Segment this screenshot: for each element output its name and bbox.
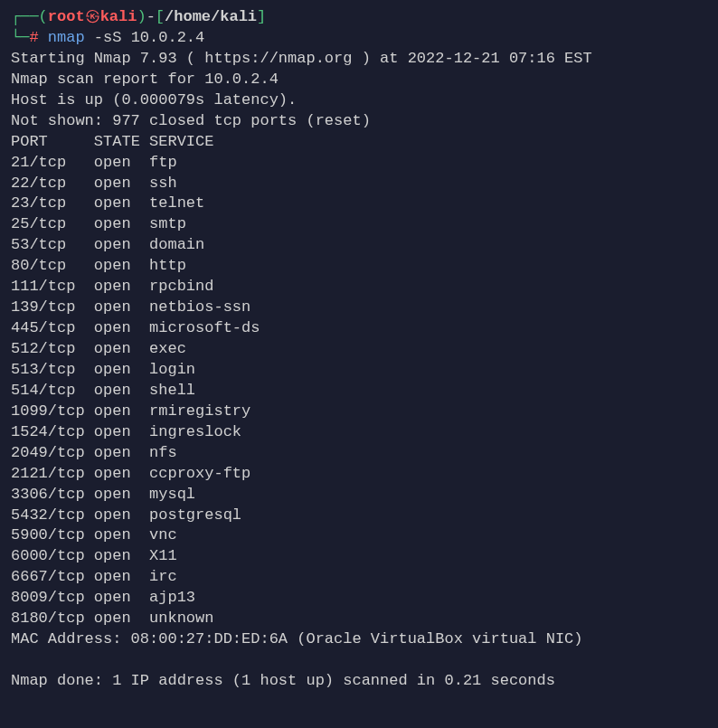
port-row: 25/tcp open smtp — [11, 214, 707, 235]
port-row: 139/tcp open netbios-ssn — [11, 298, 707, 318]
port-row: 8009/tcp open ajp13 — [11, 588, 707, 609]
prompt-close-bracket: ] — [257, 8, 266, 25]
output-done: Nmap done: 1 IP address (1 host up) scan… — [11, 671, 707, 692]
prompt-path: /home/kali — [165, 8, 257, 25]
port-row: 513/tcp open login — [11, 360, 707, 381]
port-row: 3306/tcp open mysql — [11, 485, 707, 506]
output-starting: Starting Nmap 7.93 ( https://nmap.org ) … — [11, 49, 707, 70]
port-row: 23/tcp open telnet — [11, 194, 707, 214]
prompt-close-paren: ) — [137, 8, 146, 25]
header-service: SERVICE — [149, 133, 213, 150]
prompt-line-1: ┌──(root㉿kali)-[/home/kali] — [11, 7, 707, 28]
port-row: 53/tcp open domain — [11, 235, 707, 256]
port-row: 1524/tcp open ingreslock — [11, 422, 707, 443]
output-scan-report: Nmap scan report for 10.0.2.4 — [11, 70, 707, 90]
terminal-output: ┌──(root㉿kali)-[/home/kali] └─# nmap -sS… — [11, 7, 707, 692]
port-row: 2049/tcp open nfs — [11, 443, 707, 464]
port-row: 514/tcp open shell — [11, 381, 707, 402]
prompt-open-bracket: [ — [156, 8, 165, 25]
command-args: -sS 10.0.2.4 — [94, 29, 204, 46]
prompt-symbol: # — [29, 29, 38, 46]
prompt-user: root — [48, 8, 85, 25]
port-row: 111/tcp open rpcbind — [11, 277, 707, 298]
prompt-host: kali — [100, 8, 137, 25]
port-row: 2121/tcp open ccproxy-ftp — [11, 464, 707, 485]
port-row: 445/tcp open microsoft-ds — [11, 318, 707, 339]
prompt-corner-bottom: └─ — [11, 29, 29, 46]
prompt-dash: - — [146, 8, 156, 25]
port-row: 5900/tcp open vnc — [11, 525, 707, 546]
output-not-shown: Not shown: 977 closed tcp ports (reset) — [11, 111, 707, 132]
port-row: 6667/tcp open irc — [11, 567, 707, 588]
port-row: 6000/tcp open X11 — [11, 546, 707, 567]
command-name: nmap — [48, 29, 85, 46]
port-row: 21/tcp open ftp — [11, 153, 707, 174]
header-port: PORT — [11, 133, 48, 150]
port-row: 512/tcp open exec — [11, 339, 707, 360]
port-row: 22/tcp open ssh — [11, 174, 707, 194]
skull-icon: ㉿ — [85, 8, 100, 25]
port-table-body: 21/tcp open ftp22/tcp open ssh23/tcp ope… — [11, 153, 707, 630]
output-mac-address: MAC Address: 08:00:27:DD:ED:6A (Oracle V… — [11, 629, 707, 650]
blank-line — [11, 650, 707, 671]
prompt-corner-top: ┌── — [11, 8, 39, 25]
prompt-line-2[interactable]: └─# nmap -sS 10.0.2.4 — [11, 28, 707, 49]
port-row: 5432/tcp open postgresql — [11, 506, 707, 526]
port-row: 1099/tcp open rmiregistry — [11, 402, 707, 422]
port-row: 8180/tcp open unknown — [11, 609, 707, 629]
output-host-up: Host is up (0.000079s latency). — [11, 90, 707, 111]
port-table-header: PORT STATE SERVICE — [11, 132, 707, 153]
prompt-open-paren: ( — [39, 8, 48, 25]
port-row: 80/tcp open http — [11, 256, 707, 277]
header-state: STATE — [94, 133, 140, 150]
